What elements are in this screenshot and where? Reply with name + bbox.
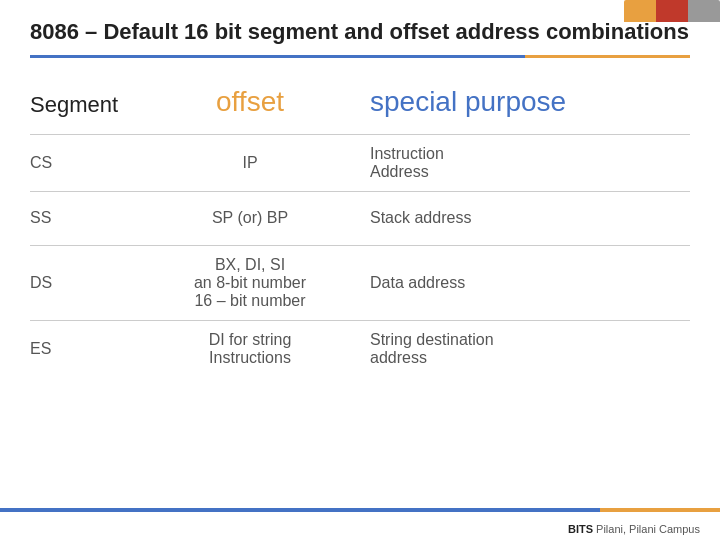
table-row: DS BX, DI, SIan 8-bit number16 – bit num…	[30, 245, 690, 320]
cell-offset-ss: SP (or) BP	[150, 209, 350, 227]
cell-segment-ss: SS	[30, 209, 150, 227]
divider	[30, 55, 690, 58]
cell-offset-cs: IP	[150, 154, 350, 172]
table-row: SS SP (or) BP Stack address	[30, 191, 690, 245]
logo-gray	[688, 0, 720, 22]
cell-segment-es: ES	[30, 340, 150, 358]
table-row: ES DI for stringInstructions String dest…	[30, 320, 690, 377]
table-row: CS IP InstructionAddress	[30, 134, 690, 191]
cell-offset-ds: BX, DI, SIan 8-bit number16 – bit number	[150, 256, 350, 310]
footer-campus: Pilani, Pilani Campus	[593, 523, 700, 535]
col-header-special: special purpose	[350, 86, 690, 118]
footer-text: BITS Pilani, Pilani Campus	[568, 523, 700, 535]
table-body: CS IP InstructionAddress SS SP (or) BP S…	[30, 134, 690, 377]
header: 8086 – Default 16 bit segment and offset…	[0, 0, 720, 68]
cell-special-ds: Data address	[350, 274, 690, 292]
cell-segment-ds: DS	[30, 274, 150, 292]
logo-bar	[624, 0, 720, 22]
footer-bits: BITS	[568, 523, 593, 535]
logo-red	[656, 0, 688, 22]
cell-offset-es: DI for stringInstructions	[150, 331, 350, 367]
logo-orange	[624, 0, 656, 22]
col-header-segment: Segment	[30, 92, 150, 118]
main-content: Segment offset special purpose CS IP Ins…	[0, 68, 720, 387]
cell-special-ss: Stack address	[350, 209, 690, 227]
cell-special-es: String destinationaddress	[350, 331, 690, 367]
divider-blue	[30, 55, 525, 58]
divider-orange	[525, 55, 690, 58]
footer: BITS Pilani, Pilani Campus	[0, 512, 720, 540]
col-header-offset: offset	[150, 86, 350, 118]
page-title: 8086 – Default 16 bit segment and offset…	[30, 18, 690, 47]
cell-special-cs: InstructionAddress	[350, 145, 690, 181]
cell-segment-cs: CS	[30, 154, 150, 172]
column-headers: Segment offset special purpose	[30, 86, 690, 124]
